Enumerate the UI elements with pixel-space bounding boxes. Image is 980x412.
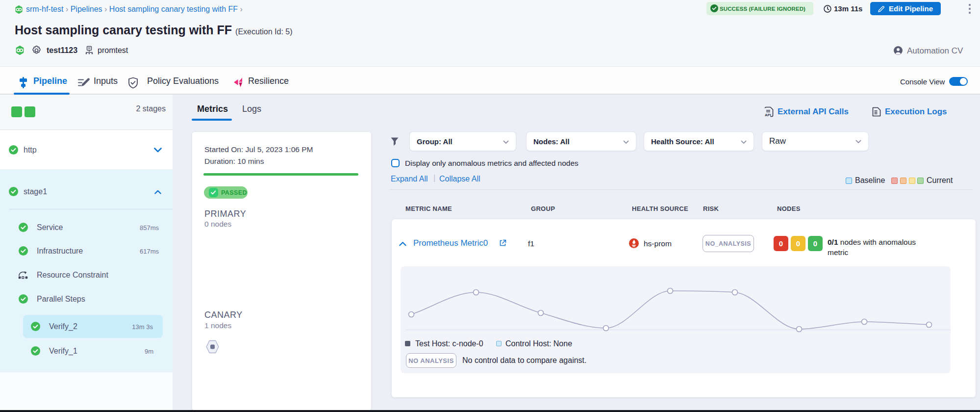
svg-text:API: API — [765, 113, 771, 117]
